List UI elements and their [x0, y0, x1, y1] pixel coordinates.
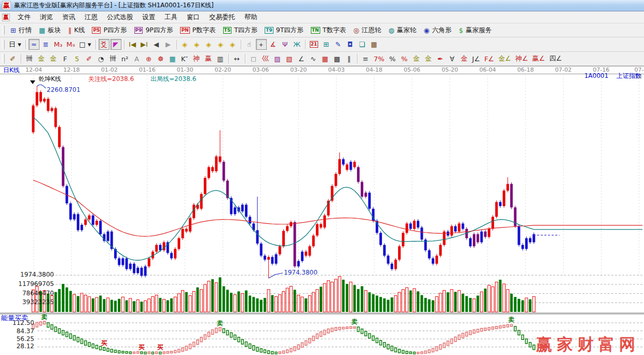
star-circle-button[interactable]: ☸ — [155, 53, 166, 64]
memo-button[interactable]: ✎ — [333, 39, 344, 50]
drag-hand-button[interactable]: ☝ — [244, 39, 255, 50]
win-angle-button[interactable]: 赢∠ — [531, 53, 547, 64]
shen-angle-button[interactable]: 神∠ — [514, 53, 530, 64]
hexagon-button[interactable]: ◉六角形 — [420, 26, 455, 35]
circle-cross-button[interactable]: ⊕ — [143, 53, 154, 64]
rect-tool-button[interactable]: ◻ — [248, 53, 259, 64]
toolbar-grip[interactable] — [2, 25, 5, 35]
time-grid-button[interactable]: 卌 — [24, 53, 35, 64]
trade-cart-button[interactable]: ▦ — [368, 39, 379, 50]
compress-y-button[interactable]: ◈ — [215, 39, 226, 50]
k-mark-button[interactable]: K″ — [179, 53, 190, 64]
angle-lines-button[interactable]: ∠ — [296, 53, 307, 64]
candle-style-button[interactable]: □ ▾ — [78, 39, 93, 50]
gann-wheel-button[interactable]: ◎江恩轮 — [350, 26, 385, 35]
gold-circle-button[interactable]: 金 — [411, 53, 422, 64]
gold-angle-button[interactable]: 金∠ — [497, 53, 513, 64]
winner-wheel-button[interactable]: ◍赢家轮 — [385, 26, 420, 35]
mini-chart-3-button[interactable]: M₃ — [52, 39, 64, 50]
t-square-button[interactable]: TST四方形 — [220, 26, 262, 35]
t-table-button[interactable]: TNT数字表 — [307, 26, 350, 35]
first-page-button[interactable]: Ⅰ◀ — [127, 39, 138, 50]
expand-x-button[interactable]: ◈ — [203, 39, 214, 50]
toolbar-grip[interactable] — [2, 40, 5, 49]
j-angle-button[interactable]: J∠ — [471, 53, 482, 64]
price-grid-button[interactable]: ▦ — [320, 53, 331, 64]
kline-chart-canvas[interactable]: 卖卖卖卖买买买 — [0, 66, 644, 355]
menu-item-0[interactable]: 文件 — [13, 13, 35, 22]
win-tool-button[interactable]: 赢 — [203, 53, 214, 64]
parallel-lines-button[interactable]: ∥ — [344, 53, 354, 64]
crosshair-button[interactable]: ＋ — [256, 39, 267, 50]
winner-service-button[interactable]: $赢家服务 — [455, 26, 495, 35]
menu-item-9[interactable]: 帮助 — [240, 13, 262, 22]
9t-square-button[interactable]: T99T四方形 — [261, 26, 307, 35]
gold-under-button[interactable]: 金 — [459, 53, 470, 64]
calculator-button[interactable]: ⊞ — [321, 39, 332, 50]
shen-tool-button[interactable]: 神 — [191, 53, 202, 64]
cup-tool-button[interactable]: ∀ — [447, 53, 458, 64]
menu-item-7[interactable]: 窗口 — [182, 13, 204, 22]
last-page-button[interactable]: ▶Ⅰ — [139, 39, 150, 50]
pattern-tool-button[interactable]: 爻 — [99, 39, 109, 50]
menu-item-5[interactable]: 设置 — [138, 13, 160, 22]
percent-7-button[interactable]: 7% — [372, 53, 386, 64]
grid-arrow-button[interactable]: ▩ — [332, 53, 342, 64]
n-square-button[interactable]: n² — [119, 53, 130, 64]
fan-box-red-button[interactable]: ▧ — [284, 53, 295, 64]
time-hash-button[interactable]: 卌 — [107, 53, 118, 64]
time-clock-button[interactable]: ◔ — [95, 53, 106, 64]
spiral-5-button[interactable]: 5 — [72, 53, 83, 64]
width-measure-button[interactable]: ↔ — [231, 53, 242, 64]
date-tick-label: 06-04 — [479, 66, 496, 73]
a-line-button[interactable]: A — [131, 53, 142, 64]
ink-brush-button[interactable]: ✒ — [435, 53, 446, 64]
level-lines-button[interactable]: ≡ — [360, 53, 371, 64]
kline-button[interactable]: ∥K线 — [64, 26, 88, 35]
menu-item-1[interactable]: 浏览 — [35, 13, 58, 22]
zigzag-button[interactable]: ∿ — [308, 53, 319, 64]
cycle-finder-button[interactable]: Ж — [292, 39, 303, 50]
p-table-button[interactable]: PNP数字表 — [176, 26, 219, 35]
four-angle-button[interactable]: 四∠ — [547, 53, 564, 64]
gold-gate-1-button[interactable]: 金 — [36, 53, 47, 64]
pen-button[interactable]: ✐ — [7, 53, 18, 64]
zoom-out-x-button[interactable]: ◈ — [180, 39, 190, 50]
next-page-button[interactable]: ▶ — [163, 39, 174, 50]
fit-screen-button[interactable]: ◈ — [227, 39, 238, 50]
prev-page-button[interactable]: ◀ — [151, 39, 162, 50]
fan-box-purple-button[interactable]: ▨ — [272, 53, 283, 64]
quotes-button[interactable]: ⊞行情 — [7, 26, 35, 35]
red-pen-button[interactable]: ✐ — [84, 53, 94, 64]
percent-line-button[interactable]: % — [399, 53, 410, 64]
report-list-button[interactable]: ≣ — [40, 39, 51, 50]
fib-time-button[interactable]: F — [60, 53, 71, 64]
p-square-button[interactable]: PSP四方形 — [88, 26, 130, 35]
9p-square-button[interactable]: P99P四方形 — [131, 26, 177, 35]
save-button[interactable]: ◘ — [345, 39, 355, 50]
percent-button[interactable]: % — [387, 53, 398, 64]
angle-measure-button[interactable]: ∡ — [268, 39, 279, 50]
menu-item-2[interactable]: 资讯 — [58, 13, 80, 22]
mini-chart-9-button[interactable]: M₉ — [65, 39, 76, 50]
gold-gate-2-button[interactable]: 金 — [48, 53, 59, 64]
period-daily-button[interactable]: 日 ▾ — [7, 39, 23, 50]
grid-circle-button[interactable]: ▦ — [167, 53, 178, 64]
calendar-button[interactable]: 21 — [308, 39, 320, 50]
zoom-in-x-button[interactable]: ◈ — [191, 39, 202, 50]
f-angle-button[interactable]: F∠ — [483, 53, 496, 64]
box-ruler-button[interactable]: ▥ — [215, 53, 226, 64]
toolbar-grip[interactable] — [2, 54, 5, 63]
titlebar[interactable]: 赢 赢家江恩专业版[赢家内部服务平台] - [上证指数 SH1A0001-167… — [0, 0, 644, 11]
menu-item-3[interactable]: 江恩 — [80, 13, 102, 22]
export-button[interactable]: ❏ — [357, 39, 367, 50]
menu-item-4[interactable]: 公式选股 — [102, 13, 138, 22]
gann-shape-button[interactable]: Ψ — [280, 39, 291, 50]
color-bars-button[interactable]: ◤ — [111, 39, 121, 50]
gann-fan-button[interactable]: 巛 — [260, 53, 271, 64]
menu-item-6[interactable]: 工具 — [160, 13, 182, 22]
menu-item-8[interactable]: 交易委托 — [204, 13, 240, 22]
trend-chart-button[interactable]: ≈ — [29, 39, 39, 50]
gold-line-button[interactable]: 金 — [423, 53, 434, 64]
sectors-button[interactable]: ▦板块 — [35, 26, 64, 35]
